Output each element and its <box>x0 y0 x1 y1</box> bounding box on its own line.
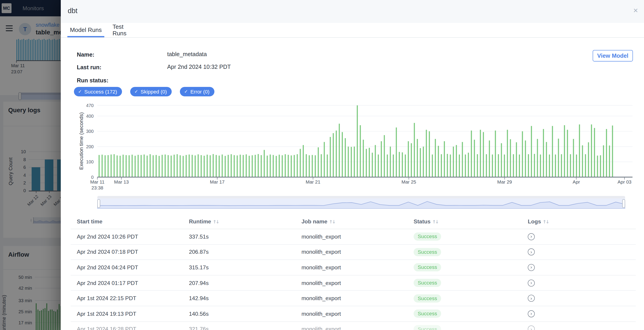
run-bar[interactable] <box>516 142 517 177</box>
run-bar[interactable] <box>114 154 115 177</box>
run-bar[interactable] <box>453 147 454 177</box>
run-bar[interactable] <box>609 146 610 177</box>
run-bar[interactable] <box>381 141 382 177</box>
run-bar[interactable] <box>276 156 277 177</box>
run-bar[interactable] <box>144 155 145 177</box>
run-bar[interactable] <box>321 154 322 177</box>
run-bar[interactable] <box>147 156 148 177</box>
run-bar[interactable] <box>249 156 250 177</box>
run-bar[interactable] <box>216 155 217 177</box>
run-bar[interactable] <box>483 132 484 177</box>
run-bar[interactable] <box>135 156 136 177</box>
run-bar[interactable] <box>192 155 193 177</box>
run-bar[interactable] <box>204 156 205 177</box>
run-bar[interactable] <box>237 156 238 177</box>
run-bar[interactable] <box>297 154 298 177</box>
run-bar[interactable] <box>510 139 511 177</box>
run-bar[interactable] <box>111 155 112 177</box>
run-bar[interactable] <box>104 155 106 177</box>
run-bar[interactable] <box>561 154 562 177</box>
run-bar[interactable] <box>567 130 568 177</box>
run-bar[interactable] <box>513 154 514 177</box>
run-bar[interactable] <box>194 156 196 177</box>
run-bar[interactable] <box>408 141 409 177</box>
run-bar[interactable] <box>177 154 178 177</box>
run-bar[interactable] <box>138 155 139 177</box>
column-header-status[interactable]: Status↑↓ <box>414 218 528 224</box>
run-bar[interactable] <box>150 154 151 177</box>
sort-icon[interactable]: ↑↓ <box>432 219 438 224</box>
run-bar[interactable] <box>252 155 253 177</box>
run-bar[interactable] <box>450 155 451 177</box>
run-bar[interactable] <box>174 155 175 177</box>
run-bar[interactable] <box>102 155 103 177</box>
open-logs-button[interactable]: › <box>528 233 535 240</box>
run-bar[interactable] <box>162 155 163 177</box>
column-header-logs[interactable]: Logs↑↓ <box>528 218 636 224</box>
run-bar[interactable] <box>120 156 121 177</box>
table-row[interactable]: Apr 1st 2024 19:13 PDT140.56smonolith_ex… <box>71 306 636 322</box>
run-bar[interactable] <box>180 155 181 177</box>
run-bar[interactable] <box>330 137 331 177</box>
run-bar[interactable] <box>369 148 370 177</box>
run-bar[interactable] <box>429 131 430 177</box>
run-bar[interactable] <box>140 155 142 177</box>
tab-test-runs[interactable]: Test Runs <box>112 23 139 37</box>
run-bar[interactable] <box>240 155 241 177</box>
run-bar[interactable] <box>384 135 385 177</box>
run-bar[interactable] <box>564 125 565 177</box>
run-bar[interactable] <box>411 143 412 177</box>
run-bar[interactable] <box>228 155 229 177</box>
run-bar[interactable] <box>438 146 439 177</box>
run-bar[interactable] <box>294 155 295 177</box>
run-bar[interactable] <box>414 123 415 177</box>
run-bar[interactable] <box>99 155 100 177</box>
run-bar[interactable] <box>393 155 394 177</box>
run-bar[interactable] <box>591 125 592 177</box>
run-bar[interactable] <box>489 141 490 177</box>
run-bar[interactable] <box>459 155 460 177</box>
run-bar[interactable] <box>108 155 108 177</box>
run-bar[interactable] <box>528 154 529 177</box>
run-bar[interactable] <box>390 147 391 177</box>
run-bar[interactable] <box>218 156 220 177</box>
brush-handle-left[interactable] <box>97 199 100 208</box>
run-bar[interactable] <box>258 154 259 177</box>
run-bar[interactable] <box>116 156 118 177</box>
run-bar[interactable] <box>357 105 358 177</box>
run-bar[interactable] <box>498 154 499 177</box>
run-bar[interactable] <box>128 155 130 177</box>
run-bar[interactable] <box>597 156 598 177</box>
table-row[interactable]: Apr 1st 2024 16:28 PDT321.76smonolith_ex… <box>71 322 636 330</box>
sort-icon[interactable]: ↑↓ <box>213 219 218 224</box>
run-bar[interactable] <box>132 155 133 177</box>
run-bar[interactable] <box>372 153 373 177</box>
run-bar[interactable] <box>264 150 265 177</box>
run-bar[interactable] <box>552 126 553 177</box>
run-bar[interactable] <box>333 133 334 177</box>
run-bar[interactable] <box>588 142 589 177</box>
filter-chip-error[interactable]: ✓ Error (0) <box>180 87 214 96</box>
close-icon[interactable]: ✕ <box>633 7 638 14</box>
run-bar[interactable] <box>477 154 478 177</box>
run-bar[interactable] <box>288 155 289 177</box>
run-bar[interactable] <box>206 155 208 177</box>
run-bar[interactable] <box>465 155 466 177</box>
run-bar[interactable] <box>474 140 475 177</box>
open-logs-button[interactable]: › <box>528 249 535 256</box>
run-bar[interactable] <box>570 154 571 177</box>
open-logs-button[interactable]: › <box>528 310 535 317</box>
run-bar[interactable] <box>447 154 448 177</box>
run-bar[interactable] <box>507 130 508 177</box>
run-bar[interactable] <box>396 127 397 177</box>
brush-handle-right[interactable] <box>622 199 625 208</box>
run-bar[interactable] <box>327 155 328 177</box>
sort-icon[interactable]: ↑↓ <box>543 219 548 224</box>
run-bar[interactable] <box>522 131 523 177</box>
table-row[interactable]: Apr 2nd 2024 10:26 PDT337.51smonolith_ex… <box>71 229 636 244</box>
run-bar[interactable] <box>495 131 496 177</box>
run-bar[interactable] <box>423 147 424 177</box>
run-bar[interactable] <box>501 143 502 177</box>
run-bar[interactable] <box>480 130 481 177</box>
run-bar[interactable] <box>342 132 343 177</box>
